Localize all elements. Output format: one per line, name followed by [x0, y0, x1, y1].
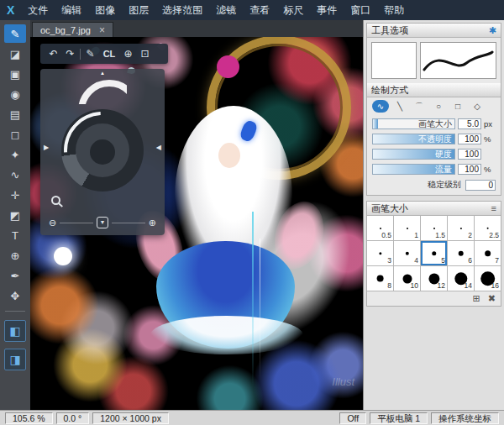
app-logo-icon[interactable]: X: [7, 3, 14, 17]
hand-tool[interactable]: ✥: [4, 286, 26, 305]
brush-size-2.5[interactable]: 2.5: [475, 216, 501, 240]
flow-slider[interactable]: 流量: [372, 164, 455, 175]
zoom-out-icon[interactable]: ⊖: [49, 218, 56, 228]
mode-polyline[interactable]: ⌒: [411, 100, 428, 113]
stabilizer-value[interactable]: 0: [465, 180, 496, 191]
redo-icon[interactable]: ↷: [63, 45, 77, 63]
opacity-label: 不透明度: [418, 134, 452, 144]
rotation-dial[interactable]: [78, 80, 127, 104]
brush-size-4[interactable]: 4: [394, 241, 420, 265]
brush-size-value[interactable]: 5.0: [458, 118, 481, 129]
brush-size-1[interactable]: 1: [394, 216, 420, 240]
main-area: ✎◪▣◉▤◻✦∿✛◩T⊕✒✥◧◨ oc_bg_7.jpg ×: [0, 20, 504, 410]
opacity-value[interactable]: 100: [458, 134, 481, 144]
brush-size-2[interactable]: 2: [448, 216, 474, 240]
operation-tool[interactable]: ◩: [4, 206, 26, 224]
move-tool[interactable]: ✛: [4, 186, 26, 204]
zoom-level[interactable]: 105.6 %: [5, 412, 53, 424]
mode-polygon[interactable]: ◇: [469, 100, 486, 113]
cl-button[interactable]: CL: [100, 45, 118, 63]
brush-size-3[interactable]: 3: [367, 241, 393, 265]
opacity-slider[interactable]: 不透明度: [372, 134, 455, 144]
menu-item-4[interactable]: 图层: [122, 1, 155, 20]
brush-dot: [405, 251, 408, 254]
zoom-slider-track[interactable]: [112, 223, 145, 223]
eraser-tool[interactable]: ◪: [4, 45, 26, 63]
brush-size-1.5[interactable]: 1.5: [421, 216, 447, 240]
delete-size-icon[interactable]: ✖: [488, 293, 496, 304]
hardness-slider[interactable]: 硬度: [372, 149, 455, 160]
menubar: X 文件编辑图像图层选择范围滤镜查看标尺事件窗口帮助: [0, 0, 504, 20]
brush-size-5[interactable]: 5: [421, 241, 447, 265]
brush-size-0.5[interactable]: 0.5: [367, 216, 393, 240]
menu-item-11[interactable]: 帮助: [377, 1, 411, 20]
eyedropper-tool[interactable]: ✒: [4, 266, 26, 285]
off-indicator[interactable]: Off: [339, 412, 366, 424]
crosshair-icon[interactable]: ⊕: [121, 45, 135, 63]
tool-options-header[interactable]: 工具选项 ✱: [367, 24, 501, 38]
draw-mode-group: ∿╲⌒○□◇: [367, 97, 501, 116]
flow-value[interactable]: 100: [458, 164, 481, 175]
mode-freehand[interactable]: ∿: [372, 100, 389, 113]
mode-line[interactable]: ╲: [391, 100, 408, 113]
zoom-in-icon[interactable]: ⊕: [149, 218, 156, 228]
menu-item-5[interactable]: 选择范围: [155, 1, 209, 20]
brush-quick-icon[interactable]: ▼: [97, 217, 108, 228]
lasso-select-tool[interactable]: ∿: [4, 165, 26, 184]
tab-close-icon[interactable]: ×: [99, 25, 105, 35]
menu-item-2[interactable]: 编辑: [55, 1, 88, 20]
menu-item-3[interactable]: 图像: [88, 1, 122, 20]
brush-size-label: 画笔大小: [418, 119, 452, 129]
brush-size-slider[interactable]: 画笔大小: [372, 118, 455, 129]
tablet-device[interactable]: 平板电脑 1: [370, 412, 428, 424]
brush-size-label: 4: [414, 256, 418, 265]
menu-item-10[interactable]: 窗口: [344, 1, 377, 20]
draw-mode-header: 绘制方式: [367, 83, 501, 97]
menu-item-7[interactable]: 查看: [243, 1, 276, 20]
menu-item-6[interactable]: 滤镜: [209, 1, 243, 20]
gear-icon[interactable]: ✱: [489, 25, 496, 36]
hardness-value[interactable]: 100: [458, 149, 481, 160]
panel-toggle-materials[interactable]: ◧: [4, 320, 26, 342]
select-marquee-tool[interactable]: ◻: [4, 125, 26, 144]
menu-item-1[interactable]: 文件: [21, 1, 55, 20]
mode-rectangle[interactable]: □: [449, 100, 466, 113]
undo-icon[interactable]: ↶: [46, 45, 60, 63]
brush-size-14[interactable]: 14: [448, 266, 474, 291]
stamp-tool[interactable]: ▣: [4, 65, 26, 83]
brush-dot: [379, 252, 381, 254]
brush-size-12[interactable]: 12: [421, 266, 447, 291]
snap-tool[interactable]: ⊕: [4, 246, 26, 265]
menu-item-9[interactable]: 事件: [310, 1, 344, 20]
pen-icon[interactable]: ✎: [83, 45, 97, 63]
brush-size-16[interactable]: 16: [475, 266, 501, 291]
zoom-slider-track[interactable]: [60, 223, 93, 223]
text-tool[interactable]: T: [4, 226, 26, 244]
brush-size-6[interactable]: 6: [448, 241, 474, 265]
brush-size-10[interactable]: 10: [394, 266, 420, 291]
mode-ellipse[interactable]: ○: [430, 100, 447, 113]
add-size-icon[interactable]: ⊞: [473, 293, 480, 304]
brush-size-8[interactable]: 8: [367, 266, 393, 291]
rotation-angle[interactable]: 0.0 °: [56, 412, 90, 424]
brush-size-7[interactable]: 7: [475, 241, 501, 265]
window-icon[interactable]: ⊡: [138, 45, 152, 63]
canvas-size[interactable]: 1200 × 1000 px: [92, 412, 169, 424]
brush-size-header[interactable]: 画笔大小 ≡: [367, 202, 501, 216]
bucket-fill-tool[interactable]: ◉: [4, 85, 26, 103]
magic-wand-tool[interactable]: ✦: [4, 145, 26, 164]
brush-dot: [376, 275, 384, 282]
nav-right-icon[interactable]: ◀: [156, 144, 161, 151]
brush-dot: [485, 250, 491, 257]
brush-tool[interactable]: ✎: [4, 24, 26, 43]
color-wheel-center[interactable]: [90, 139, 115, 165]
coordinate-mode[interactable]: 操作系统坐标: [431, 412, 499, 424]
statusbar-left: 105.6 %0.0 °1200 × 1000 px: [5, 412, 169, 424]
panel-menu-icon[interactable]: ≡: [491, 203, 496, 213]
gradient-tool[interactable]: ▤: [4, 105, 26, 123]
zoom-fit-icon[interactable]: [51, 196, 60, 205]
document-tab[interactable]: oc_bg_7.jpg ×: [32, 22, 113, 37]
menu-item-8[interactable]: 标尺: [276, 1, 310, 20]
panel-toggle-brushes[interactable]: ◨: [4, 349, 26, 370]
nav-left-icon[interactable]: ▶: [44, 144, 49, 151]
